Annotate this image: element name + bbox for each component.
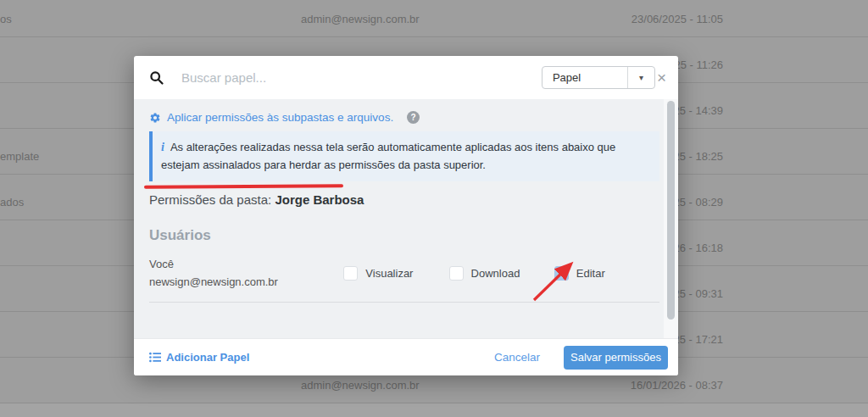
folder-name: Jorge Barbosa (275, 192, 364, 207)
apply-permissions-row: Aplicar permissões às subpastas e arquiv… (149, 106, 659, 124)
folder-permissions-title: Permissões da pasta: Jorge Barbosa (149, 192, 659, 207)
chevron-down-icon[interactable]: ▾ (628, 67, 654, 88)
role-type-select[interactable]: Papel ▾ (542, 66, 655, 89)
table-cell-left: os (0, 12, 12, 25)
cancel-button[interactable]: Cancelar (494, 351, 540, 364)
permission-editar[interactable]: ✓ Editar (554, 266, 659, 281)
close-icon[interactable]: × (655, 70, 668, 86)
table-filler (0, 403, 868, 417)
table-cell-right: 16/01/2026 - 08:37 (631, 378, 723, 391)
permission-label: Download (471, 267, 520, 280)
user-permission-row: Você newsign@newsign.com.br Visualizar D… (149, 255, 659, 291)
list-icon (149, 352, 161, 363)
folder-permissions-label: Permissões da pasta: (149, 192, 271, 207)
info-text: As alterações realizadas nessa tela serã… (161, 141, 615, 171)
folder-permissions-dialog: Papel ▾ × Aplicar permissões às subpasta… (134, 56, 678, 375)
permission-download[interactable]: Download (449, 266, 554, 281)
checkbox-editar[interactable]: ✓ (554, 266, 569, 281)
info-banner: iAs alterações realizadas nessa tela ser… (149, 131, 659, 181)
info-icon: i (161, 141, 164, 153)
user-email: newsign@newsign.com.br (149, 273, 343, 291)
search-role-input[interactable] (181, 70, 542, 85)
dialog-header: Papel ▾ × (134, 56, 678, 99)
screen: osadmin@newsign.com.br23/06/2025 - 11:05… (0, 0, 868, 417)
permission-visualizar[interactable]: Visualizar (343, 266, 448, 281)
checkbox-visualizar[interactable] (343, 266, 358, 281)
table-cell-center: admin@newsign.com.br (301, 12, 420, 25)
scrollbar-thumb[interactable] (667, 101, 675, 320)
users-section-heading: Usuários (149, 227, 659, 244)
table-cell-left: emplate (0, 149, 39, 162)
search-icon (149, 70, 164, 86)
table-cell-center: admin@newsign.com.br (301, 378, 420, 391)
apply-permissions-link[interactable]: Aplicar permissões às subpastas e arquiv… (167, 111, 393, 124)
permission-label: Visualizar (365, 267, 413, 280)
checkbox-download[interactable] (449, 266, 464, 281)
table-row: osadmin@newsign.com.br23/06/2025 - 11:05 (0, 0, 868, 37)
save-permissions-button[interactable]: Salvar permissões (564, 346, 668, 370)
dialog-body: Aplicar permissões às subpastas e arquiv… (134, 99, 678, 338)
add-role-button[interactable]: Adicionar Papel (149, 351, 249, 364)
user-name: Você (149, 255, 343, 273)
user-info: Você newsign@newsign.com.br (149, 255, 343, 291)
scrollbar-track[interactable] (664, 99, 678, 338)
table-cell-left: ados (0, 195, 24, 208)
add-role-label: Adicionar Papel (166, 351, 249, 364)
gear-icon (149, 112, 161, 124)
permission-label: Editar (576, 267, 605, 280)
select-value: Papel (542, 67, 628, 88)
help-icon[interactable]: ? (407, 111, 420, 124)
table-cell-right: 23/06/2025 - 11:05 (632, 12, 723, 25)
dialog-footer: Adicionar Papel Cancelar Salvar permissõ… (134, 338, 678, 375)
row-divider (149, 302, 659, 303)
